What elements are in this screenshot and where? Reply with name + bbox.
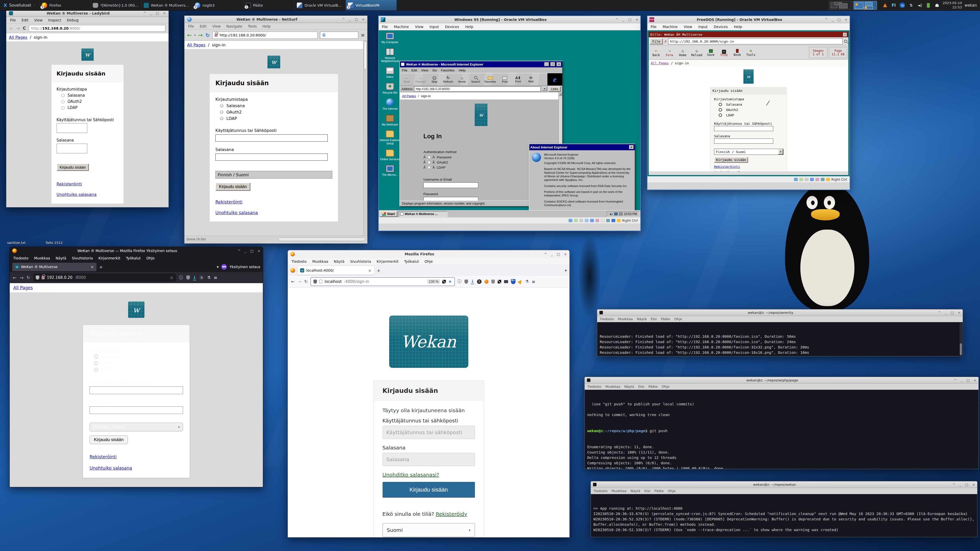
menu-item[interactable]: Help (458, 68, 466, 72)
menu-item[interactable]: Muokkaa (618, 317, 633, 321)
battery-icon[interactable] (925, 0, 932, 11)
close-button[interactable]: × (635, 17, 638, 21)
terminal-titlebar[interactable]: wekan@z: ~/repos/wekan ^_□× (591, 481, 977, 488)
scrollbar-thumb[interactable] (960, 343, 962, 355)
search-box[interactable]: G (320, 32, 358, 39)
extension-pen-icon[interactable] (517, 279, 523, 284)
minimize-button[interactable]: _ (945, 311, 947, 314)
volume-icon[interactable]: ◄) (917, 0, 923, 11)
menu-item[interactable]: View (421, 68, 428, 72)
menu-item[interactable]: View (34, 18, 43, 22)
home-button[interactable]: ⌂Home (676, 48, 689, 57)
maximize-button[interactable]: □ (965, 483, 968, 486)
search-icon[interactable] (844, 40, 847, 43)
vlc-icon[interactable] (882, 0, 888, 11)
shade-button[interactable]: ^ (825, 17, 828, 21)
hamburger-menu-icon[interactable]: ≡ (531, 279, 535, 284)
terminal-output[interactable]: ResourceLoader: Finished load of: "http:… (597, 322, 963, 356)
menu-item[interactable]: Help (734, 25, 742, 29)
menu-item[interactable]: Työkalut (404, 259, 419, 264)
username-input[interactable] (57, 123, 87, 133)
dialog-titlebar[interactable]: About Internet Explorer × (529, 144, 635, 150)
tab-close-icon[interactable]: × (368, 268, 372, 273)
close-button[interactable]: × (362, 17, 365, 21)
back-icon[interactable]: ← (13, 275, 17, 280)
menu-item[interactable]: File (10, 18, 16, 22)
forgot-password-link[interactable]: Unohtuiko salasana (714, 171, 750, 171)
menu-item[interactable]: Pääte (661, 317, 670, 321)
refresh-button[interactable]: ↻Refresh (441, 76, 455, 83)
menu-item[interactable]: File (402, 68, 407, 72)
menu-item[interactable]: Näytä (56, 256, 66, 260)
all-pages-link[interactable]: All Pages (9, 35, 27, 40)
forward-icon[interactable]: → (20, 275, 24, 280)
radio-ldap[interactable] (94, 368, 98, 372)
shade-button[interactable]: ^ (544, 252, 547, 256)
taskbar-task-wekan[interactable]: WeKan ® Multiverse ... (399, 211, 447, 217)
back-button[interactable]: ←Back (400, 76, 414, 83)
desktop-icon-inbox[interactable]: Inbox (379, 67, 401, 79)
terminal-titlebar[interactable]: wekan@z: ~/repos/w/php/page ^_□× (585, 377, 978, 384)
menu-item[interactable]: Näytä (334, 259, 344, 264)
menu-item[interactable]: Sivuhistoria (350, 259, 371, 264)
extension-fingerprint-icon[interactable]: ⓘ (458, 279, 462, 284)
minimize-button[interactable]: _ (959, 483, 961, 486)
extension-ublock-icon[interactable] (491, 279, 495, 284)
select-dropdown-icon[interactable]: ▼ (778, 149, 783, 155)
extension-fingerprint-icon[interactable]: ⓘ (179, 275, 183, 280)
username-input[interactable] (714, 126, 773, 131)
minimize-button[interactable]: _ (245, 249, 246, 253)
signin-button[interactable]: Kirjaudu sisään (714, 157, 748, 163)
menu-item[interactable]: Pääte (655, 489, 664, 493)
maximize-button[interactable]: □ (550, 62, 555, 66)
new-tab-icon[interactable]: + (99, 264, 103, 270)
back-icon[interactable]: ← (10, 26, 13, 31)
password-input[interactable] (423, 197, 478, 200)
register-link[interactable]: Rekisteröinti (714, 165, 740, 168)
radio-ldap[interactable] (719, 114, 722, 117)
menu-item[interactable]: Ohje (425, 259, 433, 264)
desktop-icon-my-computer[interactable]: My Computer (379, 32, 401, 44)
minimize-button[interactable]: _ (961, 378, 963, 382)
menu-item[interactable]: Näytä (624, 385, 634, 389)
desktop-file-sanitize[interactable]: sanitize.txt (7, 241, 25, 245)
menu-item[interactable]: Ohje (668, 489, 676, 493)
menu-item[interactable]: Help (465, 25, 473, 29)
menu-item[interactable]: Muokkaa (605, 385, 620, 389)
menu-item[interactable]: Tiedosto (593, 489, 608, 493)
task-button-virtualboxvm[interactable]: 2 VirtualBoxVM (345, 0, 396, 11)
desktop-icon-recycle-bin[interactable]: Recycle Bin (379, 83, 401, 94)
start-button[interactable]: Start (380, 211, 397, 217)
desktop-icon-network[interactable]: Network Neighborhood (379, 48, 401, 63)
forgot-password-link[interactable]: Unohtuiko salasana (57, 192, 97, 197)
favorites-button[interactable]: Favorites (483, 76, 498, 83)
menu-item[interactable]: Inspect (48, 18, 61, 22)
extension-flask-icon[interactable]: ⚗ (207, 275, 210, 280)
bookmarks-button[interactable]: Book (731, 48, 744, 57)
dillo-titlebar[interactable]: Dillo: WeKan Â® Multiverse × (649, 32, 848, 37)
reload-icon[interactable]: ↻ (27, 275, 30, 280)
menu-item[interactable]: Ohje (662, 385, 670, 389)
register-link[interactable]: Rekisteröinti (215, 200, 242, 205)
notification-bell-icon[interactable] (934, 0, 940, 11)
menu-item[interactable]: Ohje (674, 317, 682, 321)
clear-url-icon[interactable]: ✗ (664, 39, 667, 44)
close-button[interactable]: × (557, 62, 561, 66)
stop-button[interactable]: ×Stop (718, 48, 730, 57)
virtualbox-titlebar[interactable]: Windows 95 [Running] - Oracle VM Virtual… (379, 16, 640, 23)
radio-oauth2[interactable] (719, 108, 722, 111)
tab-list-chevron-icon[interactable]: ▾ (565, 268, 567, 273)
menu-item[interactable]: Näytä (630, 489, 640, 493)
close-button[interactable]: × (843, 33, 847, 37)
task-button-gimp[interactable]: *[Nimetön]-1.0 (RGB-vä... (90, 0, 142, 11)
language-select[interactable]: Finnish / Suomi ▼ (714, 149, 783, 155)
forward-button[interactable]: →Forw (663, 48, 676, 57)
minimize-button[interactable]: _ (832, 17, 834, 21)
maximize-button[interactable]: □ (966, 378, 969, 382)
register-link[interactable]: Rekisteröidy (436, 511, 467, 517)
desktop-icon-online-services[interactable]: Online Services (379, 149, 401, 161)
extension-s-icon[interactable]: S (477, 279, 482, 284)
task-button-firefox[interactable]: 3 Firefox (39, 0, 90, 11)
menu-item[interactable]: Työkalut (126, 256, 141, 260)
register-link[interactable]: Rekisteröinti (57, 182, 82, 186)
